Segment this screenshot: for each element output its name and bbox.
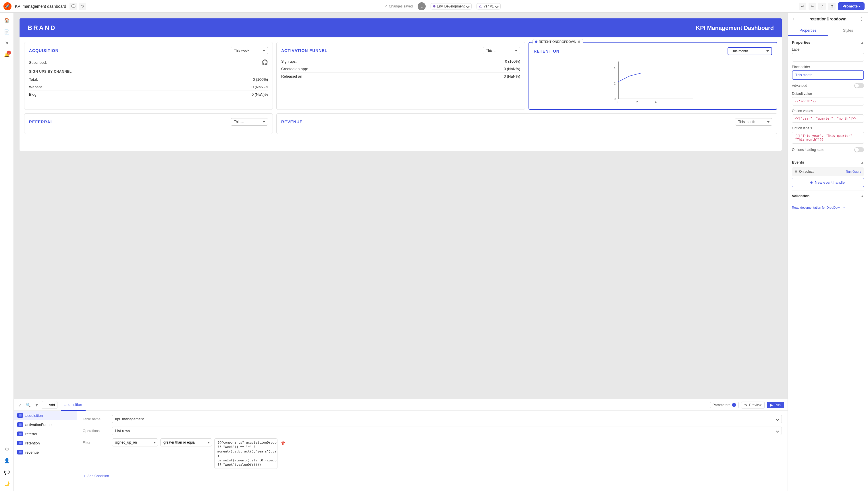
retention-delete-icon[interactable]: 🗑 bbox=[578, 40, 581, 44]
run-button[interactable]: ▶ Run bbox=[767, 402, 784, 408]
default-value-label: Default value bbox=[792, 92, 864, 96]
default-value-input[interactable]: {{"month"}} bbox=[792, 97, 864, 106]
settings-icon[interactable]: ⚙ bbox=[828, 3, 836, 10]
label-input[interactable] bbox=[792, 53, 864, 61]
search-icon[interactable]: 🔍 bbox=[25, 402, 32, 408]
version-selector[interactable]: 🗂 ver v1 bbox=[476, 3, 501, 9]
canvas-area: BRAND KPI Management Dashboard ACQUISITI… bbox=[14, 13, 787, 491]
retention-title: RETENTION bbox=[534, 49, 560, 54]
sidebar-moon-icon[interactable]: 🌙 bbox=[2, 479, 11, 488]
activation-dropdown[interactable]: This ... bbox=[483, 47, 520, 54]
filter-column-select[interactable]: signed_up_on bbox=[112, 438, 158, 446]
sidebar-notifications-icon[interactable]: 🔔 2 bbox=[2, 50, 11, 59]
revenue-dropdown[interactable]: This month bbox=[735, 118, 772, 126]
user-avatar[interactable]: L bbox=[417, 2, 426, 10]
dashboard-title: KPI Management Dashboard bbox=[696, 25, 774, 31]
divider2 bbox=[428, 3, 428, 9]
tab-styles[interactable]: Styles bbox=[828, 25, 868, 36]
query-item-retention[interactable]: retention bbox=[14, 438, 77, 447]
query-item-acquisition[interactable]: acquisition bbox=[14, 411, 77, 420]
acquisition-title: ACQUISITION bbox=[29, 48, 59, 53]
play-icon: ▶ bbox=[770, 403, 773, 407]
main-layout: 🏠 📄 ⚑ 🔔 2 ⚙ 👤 💬 🌙 BRAND KPI Management D… bbox=[0, 13, 868, 491]
tab-acquisition[interactable]: acquisition bbox=[61, 399, 85, 411]
history-icon[interactable]: ⏱ bbox=[79, 3, 86, 10]
events-collapse-icon[interactable]: ▲ bbox=[861, 161, 864, 165]
filter-delete-icon[interactable]: 🗑 bbox=[280, 439, 287, 447]
subscribed-row: Subcribed: 🎧 bbox=[29, 58, 268, 67]
query-icon-referral bbox=[17, 432, 23, 436]
canvas: BRAND KPI Management Dashboard ACQUISITI… bbox=[14, 13, 787, 399]
activation-header: ACTIVATION FUNNEL This ... bbox=[281, 47, 520, 54]
filter-icon[interactable]: ▼ bbox=[34, 402, 40, 408]
referral-title: REFERRAL bbox=[29, 120, 53, 124]
properties-section: Properties ▲ Label Placeholder Advanced … bbox=[792, 40, 864, 152]
properties-collapse-icon[interactable]: ▲ bbox=[861, 40, 864, 45]
filter-operator-select[interactable]: greater than or equal bbox=[160, 438, 212, 446]
retention-dropdown[interactable]: This year This quarter This month bbox=[727, 47, 772, 55]
query-item-revenue[interactable]: revenue bbox=[14, 447, 77, 457]
operations-input[interactable]: List rows bbox=[112, 427, 782, 435]
filter-value-box[interactable]: {{{components?.acquisitionDropdown?.valu… bbox=[214, 438, 277, 469]
query-item-referral[interactable]: referral bbox=[14, 429, 77, 438]
referral-dropdown[interactable]: This ... bbox=[230, 118, 268, 126]
sidebar-users-icon[interactable]: 👤 bbox=[2, 456, 11, 465]
total-label: Total: bbox=[29, 77, 38, 82]
comment-icon[interactable]: 💬 bbox=[69, 3, 77, 10]
advanced-label: Advanced bbox=[792, 84, 807, 88]
new-event-handler-button[interactable]: ⊕ New event handler bbox=[792, 178, 864, 187]
redo-button[interactable]: ↪ bbox=[809, 3, 816, 10]
parameters-button[interactable]: Parameters 1 bbox=[710, 402, 739, 408]
properties-section-title: Properties bbox=[792, 40, 810, 45]
undo-button[interactable]: ↩ bbox=[799, 3, 806, 10]
options-loading-toggle[interactable] bbox=[854, 147, 864, 152]
on-select-action: Run Query bbox=[846, 170, 861, 173]
svg-text:2: 2 bbox=[636, 100, 638, 104]
share-icon[interactable]: ↗ bbox=[818, 3, 826, 10]
validation-collapse-icon[interactable]: ▲ bbox=[861, 194, 864, 198]
released-value: 0 (NaN%) bbox=[504, 74, 520, 79]
revenue-header: REVENUE This month bbox=[281, 118, 772, 126]
add-button[interactable]: ＋ Add bbox=[42, 401, 57, 409]
add-condition-button[interactable]: ＋ Add Condition bbox=[83, 473, 782, 478]
sidebar-settings-icon[interactable]: ⚙ bbox=[2, 444, 11, 454]
sidebar-pages-icon[interactable]: 📄 bbox=[2, 27, 11, 36]
sidebar-chat-icon[interactable]: 💬 bbox=[2, 467, 11, 476]
signups-label: Sign ups: bbox=[281, 59, 297, 63]
tab-properties[interactable]: Properties bbox=[788, 25, 828, 36]
preview-button[interactable]: 👁 Preview bbox=[741, 402, 765, 408]
env-selector[interactable]: Env Development bbox=[431, 3, 471, 9]
bottom-actions: Parameters 1 👁 Preview ▶ Run bbox=[710, 402, 784, 408]
query-item-activation[interactable]: activationFunnel bbox=[14, 420, 77, 429]
signups-value: 0 (100%) bbox=[505, 59, 520, 63]
table-name-input[interactable]: kpi_management bbox=[112, 415, 782, 423]
option-labels-input[interactable]: {{["This year", "This quarter", "This mo… bbox=[792, 132, 864, 144]
chart-svg: 0 2 4 0 2 4 6 bbox=[534, 59, 772, 105]
placeholder-input[interactable] bbox=[792, 70, 864, 80]
acquisition-card: ACQUISITION This week This month This qu… bbox=[24, 42, 273, 110]
divider3 bbox=[474, 3, 474, 9]
placeholder-field-label: Placeholder bbox=[792, 65, 864, 69]
divider bbox=[415, 3, 415, 9]
advanced-toggle[interactable] bbox=[854, 83, 864, 88]
retention-badge-label: RETENTIONDROPDOWN bbox=[539, 40, 576, 44]
validation-section: Validation ▲ bbox=[792, 194, 864, 198]
acquisition-dropdown[interactable]: This week This month This quarter This y… bbox=[230, 47, 268, 54]
topbar: 🚀 KPI management dashboard 💬 ⏱ ✓ Changes… bbox=[0, 0, 868, 13]
bottom-content: acquisition activationFunnel referral re… bbox=[14, 411, 787, 491]
sidebar-home-icon[interactable]: 🏠 bbox=[2, 16, 11, 25]
back-button[interactable]: ← bbox=[792, 17, 797, 22]
app-logo[interactable]: 🚀 bbox=[3, 2, 11, 10]
notification-badge: 2 bbox=[7, 51, 11, 55]
more-menu-icon[interactable]: ⋮ bbox=[859, 16, 864, 22]
option-values-input[interactable]: {{["year", "quarter", "month"]}} bbox=[792, 114, 864, 123]
promote-button[interactable]: Promote › bbox=[838, 2, 865, 10]
website-value: 0 (NaN)% bbox=[252, 85, 268, 89]
sidebar-components-icon[interactable]: ⚑ bbox=[2, 38, 11, 48]
referral-header: REFERRAL This ... bbox=[29, 118, 268, 126]
doc-link[interactable]: Read documentation for DropDown → bbox=[792, 206, 864, 209]
created-app-value: 0 (NaN%) bbox=[504, 67, 520, 71]
zoom-icon[interactable]: ⤢ bbox=[17, 402, 23, 408]
dashboard-header: BRAND KPI Management Dashboard bbox=[20, 19, 782, 37]
plus-icon: ＋ bbox=[83, 473, 86, 478]
